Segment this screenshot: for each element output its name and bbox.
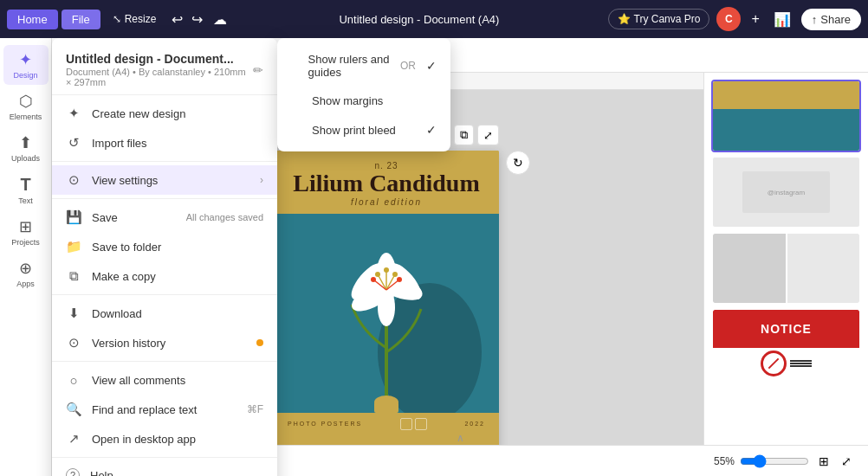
page-wrapper: 🔒 ⧉ ⤢ n. 23 Lilium Candi [274, 125, 499, 476]
menu-item-create-new[interactable]: ✦ Create new design [52, 99, 277, 128]
thumbnail-3[interactable] [711, 232, 861, 305]
elements-icon: ⬡ [19, 92, 33, 111]
thumbnail-1[interactable] [711, 80, 861, 152]
expand-button[interactable]: ⤢ [477, 125, 499, 145]
file-menu-header: Untitled design - Document... Document (… [52, 45, 277, 91]
page-bottom-left: PHOTO POSTERS [288, 421, 362, 427]
page-corner-icons [400, 418, 427, 430]
page-and-refresh: n. 23 Lilium Candidum floral edition [274, 151, 499, 466]
top-bar-center: Untitled design - Document (A4) [234, 13, 604, 26]
file-menu-title: Untitled design - Document... [66, 52, 253, 66]
page-image [274, 214, 499, 413]
menu-item-label-download: Download [92, 307, 263, 320]
page-canvas[interactable]: n. 23 Lilium Candidum floral edition [274, 151, 499, 466]
svg-point-20 [397, 277, 402, 282]
sidebar-item-uploads[interactable]: ⬆ Uploads [3, 128, 49, 168]
svg-rect-4 [374, 402, 398, 413]
sidebar-label-apps: Apps [16, 280, 35, 288]
menu-item-make-copy[interactable]: ⧉ Make a copy [52, 261, 277, 291]
plus-button[interactable]: + [748, 8, 762, 30]
save-status: All changes saved [186, 212, 263, 222]
fullscreen-button[interactable]: ⤢ [839, 452, 854, 471]
apps-icon: ⊕ [19, 259, 32, 278]
thumb1-img [713, 81, 859, 151]
page-top-section: n. 23 Lilium Candidum floral edition [274, 151, 499, 214]
file-menu-title-block: Untitled design - Document... Document (… [66, 52, 253, 87]
menu-item-label-view-settings: View settings [92, 174, 249, 187]
menu-divider-5 [52, 361, 277, 362]
menu-item-save[interactable]: 💾 Save All changes saved [52, 203, 277, 232]
submenu-bleed-label: Show print bleed [312, 124, 396, 137]
menu-item-download[interactable]: ⬇ Download [52, 299, 277, 328]
page-title: Lilium Candidum [293, 170, 480, 197]
thumbnail-2[interactable]: @instagram [711, 156, 861, 228]
grid-view-button[interactable]: ⊞ [816, 452, 832, 471]
menu-item-save-folder[interactable]: 📁 Save to folder [52, 232, 277, 261]
menu-item-import-files[interactable]: ↺ Import files [52, 128, 277, 158]
sidebar-item-design[interactable]: ✦ Design [3, 45, 49, 85]
menu-item-label-save: Save [92, 211, 176, 224]
menu-item-label-help: Help [90, 469, 263, 477]
cloud-button[interactable]: ☁ [210, 8, 230, 31]
sidebar-item-projects[interactable]: ⊞ Projects [3, 212, 49, 252]
help-icon: ? [66, 468, 80, 476]
thumbnail-4[interactable]: NOTICE [711, 308, 861, 381]
resize-button[interactable]: ⤡ Resize [104, 10, 165, 29]
icon-sidebar: ✦ Design ⬡ Elements ⬆ Uploads T Text ⊞ P… [0, 38, 52, 476]
zoom-control: 55% [714, 454, 809, 468]
refresh-button[interactable]: ↻ [506, 151, 530, 175]
file-menu: Untitled design - Document... Document (… [52, 38, 277, 476]
projects-icon: ⊞ [19, 217, 32, 236]
submenu-show-rulers[interactable]: Show rulers and guides OR ✓ [277, 45, 450, 87]
edit-icon[interactable]: ✏ [253, 63, 263, 77]
stats-button[interactable]: 📊 [770, 8, 794, 31]
page-bottom-right: 2022 [464, 421, 485, 427]
menu-item-label-desktop: Open in desktop app [92, 433, 263, 446]
doc-title: Untitled design - Document (A4) [339, 13, 499, 26]
comments-icon: ○ [66, 372, 81, 388]
menu-item-label-make-copy: Make a copy [92, 270, 263, 283]
sidebar-item-text[interactable]: T Text [3, 170, 49, 210]
find-icon: 🔍 [66, 402, 81, 417]
arrow-icon: › [260, 174, 263, 186]
desktop-icon: ↗ [66, 431, 81, 447]
menu-item-view-settings[interactable]: ⊙ View settings › [52, 165, 277, 195]
zoom-slider[interactable] [740, 454, 809, 468]
submenu-rulers-label: Show rulers and guides [308, 53, 393, 79]
submenu-show-margins[interactable]: Show margins [277, 87, 450, 115]
share-button[interactable]: ↑ Share [801, 9, 861, 30]
copy-page-button[interactable]: ⧉ [454, 125, 474, 145]
thumb4-img: NOTICE [713, 310, 859, 379]
undo-button[interactable]: ↩ [168, 8, 186, 31]
top-bar: Home File ⤡ Resize ↩ ↪ ☁ Untitled design… [0, 0, 868, 38]
menu-item-help[interactable]: ? Help [52, 461, 277, 476]
menu-item-label-import: Import files [92, 137, 263, 150]
menu-item-desktop[interactable]: ↗ Open in desktop app [52, 424, 277, 453]
sidebar-item-apps[interactable]: ⊕ Apps [3, 254, 49, 293]
resize-icon: ⤡ [113, 13, 121, 25]
menu-item-version-history[interactable]: ⊙ Version history [52, 328, 277, 357]
menu-item-label-comments: View all comments [92, 374, 263, 387]
version-badge [256, 339, 263, 346]
top-bar-right: ⭐ Try Canva Pro C + 📊 ↑ Share [608, 7, 861, 31]
file-button[interactable]: File [62, 10, 100, 29]
svg-point-17 [384, 267, 389, 273]
thumbnail-sidebar: @instagram NOTICE [703, 73, 868, 476]
submenu-show-print-bleed[interactable]: Show print bleed ✓ [277, 115, 450, 145]
corner-icon-1 [400, 418, 412, 430]
menu-divider-3 [52, 198, 277, 199]
folder-icon: 📁 [66, 239, 81, 254]
home-button[interactable]: Home [7, 10, 58, 29]
save-icon: 💾 [66, 209, 81, 225]
redo-button[interactable]: ↪ [188, 8, 206, 31]
design-icon: ✦ [19, 50, 32, 69]
svg-point-18 [392, 272, 398, 277]
main-layout: ✦ Design ⬡ Elements ⬆ Uploads T Text ⊞ P… [0, 38, 868, 476]
sidebar-item-elements[interactable]: ⬡ Elements [3, 87, 49, 126]
menu-item-comments[interactable]: ○ View all comments [52, 365, 277, 395]
try-canva-button[interactable]: ⭐ Try Canva Pro [608, 9, 710, 29]
menu-item-find-replace[interactable]: 🔍 Find and replace text ⌘F [52, 395, 277, 424]
view-settings-icon: ⊙ [66, 172, 81, 188]
history-icon: ⊙ [66, 335, 81, 351]
menu-item-label-find: Find and replace text [92, 403, 236, 416]
